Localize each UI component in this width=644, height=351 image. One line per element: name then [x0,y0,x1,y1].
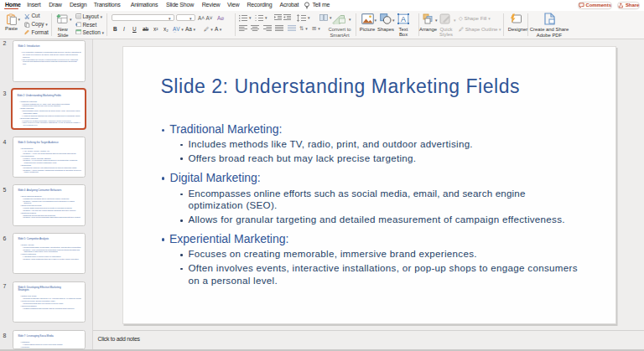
svg-text:A: A [401,14,406,23]
